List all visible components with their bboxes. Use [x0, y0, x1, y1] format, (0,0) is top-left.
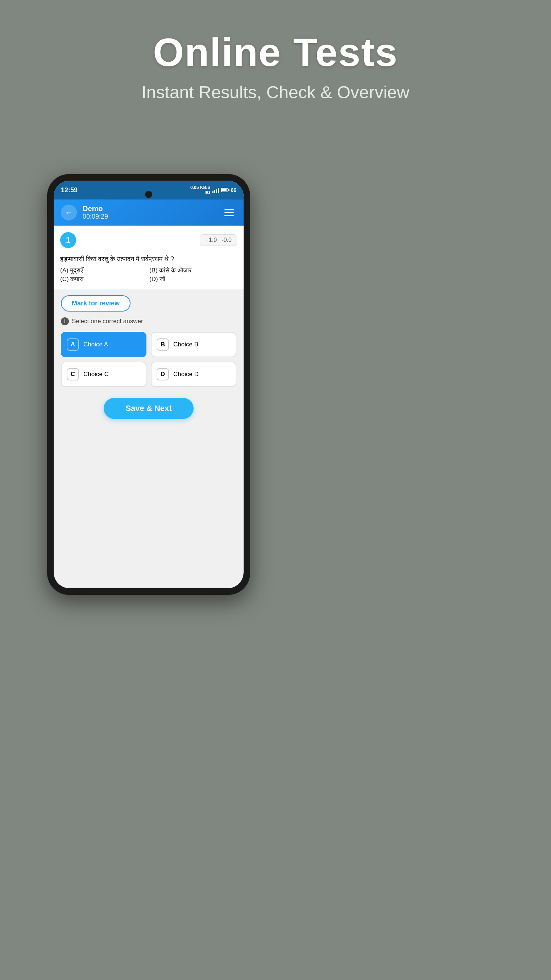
instruction-text: i Select one correct answer: [61, 317, 237, 325]
header-title: Demo 00:09:29: [83, 205, 222, 221]
back-button[interactable]: ←: [61, 205, 77, 221]
choice-b-letter: B: [157, 338, 169, 351]
question-header: 1 +1.0 -0.0: [60, 232, 237, 248]
app-header: ← Demo 00:09:29: [54, 199, 244, 226]
choice-d-letter: D: [157, 368, 169, 380]
choice-a-button[interactable]: A Choice A: [61, 332, 146, 357]
subtitle: Instant Results, Check & Overview: [0, 82, 551, 102]
question-number: 1: [60, 232, 76, 248]
choice-d-label: Choice D: [173, 371, 198, 378]
choice-c-button[interactable]: C Choice C: [61, 362, 146, 387]
save-next-container: Save & Next: [61, 394, 237, 426]
choice-b-label: Choice B: [173, 341, 198, 348]
status-bar-left: 12:59: [61, 186, 78, 194]
headline-section: Online Tests Instant Results, Check & Ov…: [0, 29, 551, 102]
main-title: Online Tests: [0, 29, 551, 75]
app-name: Demo: [83, 205, 222, 213]
choice-d-button[interactable]: D Choice D: [151, 362, 237, 387]
question-text-hindi: हड़प्पावासी किस वस्तु के उत्पादन में सर्…: [60, 253, 237, 265]
option-d-text: (D) जौ: [149, 276, 237, 283]
choice-c-letter: C: [67, 368, 79, 380]
save-next-button[interactable]: Save & Next: [104, 398, 193, 419]
choice-a-label: Choice A: [83, 341, 108, 348]
back-icon: ←: [65, 208, 73, 217]
actions-area: Mark for review i Select one correct ans…: [54, 290, 244, 432]
signal-bars-icon: [213, 187, 219, 193]
option-b-text: (B) कांसे के औजार: [149, 267, 237, 274]
battery-icon: [221, 188, 229, 192]
phone-shell: 12:59 0.05 KB/S 4G: [47, 174, 250, 595]
option-a-text: (A) मुद्राएँ: [60, 267, 148, 274]
score-positive: +1.0: [205, 237, 217, 243]
phone-container: 12:59 0.05 KB/S 4G: [47, 174, 250, 602]
timer-display: 00:09:29: [83, 213, 222, 221]
network-speed: 0.05 KB/S 4G: [190, 185, 210, 196]
battery-percent: 66: [230, 187, 237, 193]
choice-c-label: Choice C: [83, 371, 109, 378]
score-badge: +1.0 -0.0: [200, 234, 237, 246]
status-bar-right: 0.05 KB/S 4G 66: [190, 185, 237, 196]
question-options-text: (A) मुद्राएँ (B) कांसे के औजार (C) कपास …: [60, 267, 237, 283]
camera-notch: [145, 191, 152, 198]
choice-b-button[interactable]: B Choice B: [151, 332, 237, 357]
score-negative: -0.0: [221, 237, 232, 243]
mark-review-button[interactable]: Mark for review: [61, 295, 130, 312]
menu-button[interactable]: [222, 205, 237, 220]
instruction-label: Select one correct answer: [72, 318, 143, 325]
choices-grid: A Choice A B Choice B C Choice C D Choic…: [61, 332, 237, 387]
choice-a-letter: A: [67, 338, 79, 351]
status-time: 12:59: [61, 186, 78, 194]
option-c-text: (C) कपास: [60, 276, 148, 283]
phone-screen: 12:59 0.05 KB/S 4G: [54, 181, 244, 588]
question-area: 1 +1.0 -0.0 हड़प्पावासी किस वस्तु के उत्…: [54, 226, 244, 290]
info-icon: i: [61, 317, 69, 325]
